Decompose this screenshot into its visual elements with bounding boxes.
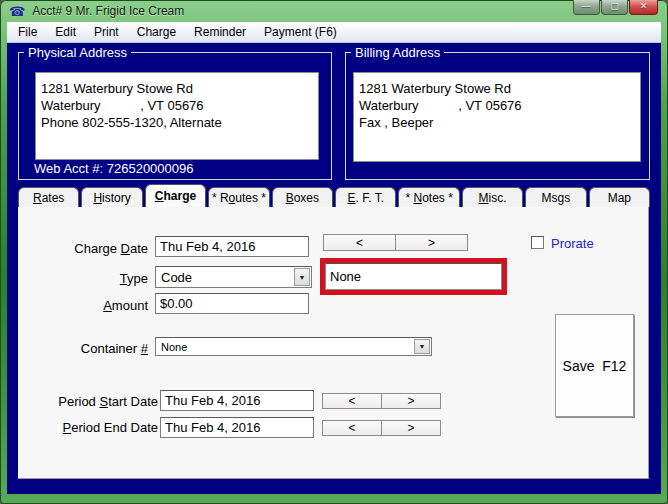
- tab-label: Charge: [155, 189, 196, 203]
- dropdown-arrow-icon[interactable]: ▼: [294, 268, 310, 286]
- tab-map[interactable]: Map: [589, 187, 650, 207]
- period-start-nav: < >: [322, 393, 441, 409]
- physical-address-title: Physical Address: [24, 45, 131, 60]
- menu-print[interactable]: Print: [85, 23, 128, 41]
- tab-label: Msgs: [542, 191, 571, 205]
- charge-date-field[interactable]: Thu Feb 4, 2016: [155, 236, 309, 257]
- charge-tab-panel: Charge Date Thu Feb 4, 2016 < > Prorate …: [18, 207, 649, 479]
- charge-code-field[interactable]: None: [325, 263, 502, 290]
- menu-charge[interactable]: Charge: [128, 23, 185, 41]
- amount-label: Amount: [18, 298, 148, 313]
- physical-address-line: Waterbury , VT 05676: [41, 97, 313, 114]
- charge-date-label: Charge Date: [18, 241, 148, 256]
- tab-label: * Notes *: [405, 191, 452, 205]
- menu-edit[interactable]: Edit: [46, 23, 85, 41]
- menu-bar: File Edit Print Charge Reminder Payment …: [7, 22, 661, 43]
- container-label: Container #: [18, 341, 148, 356]
- tab-boxes[interactable]: Boxes: [272, 187, 333, 207]
- tab-charge[interactable]: Charge: [145, 184, 206, 207]
- type-label: Type: [18, 271, 148, 286]
- app-window: ☎ Acct# 9 Mr. Frigid Ice Cream — ▢ ✕ Fil…: [0, 0, 668, 504]
- window-title: Acct# 9 Mr. Frigid Ice Cream: [32, 4, 184, 18]
- billing-address-title: Billing Address: [351, 45, 444, 60]
- prorate-checkbox[interactable]: [531, 236, 544, 249]
- period-end-prev-button[interactable]: <: [322, 420, 382, 436]
- billing-address-line: Waterbury , VT 05676: [359, 97, 635, 114]
- tab-strip: Rates History Charge * Routes * Boxes E.…: [18, 186, 650, 207]
- physical-address-line: 1281 Waterbury Stowe Rd: [41, 80, 313, 97]
- maximize-button-icon[interactable]: ▢: [601, 0, 628, 15]
- web-account-number: Web Acct #: 726520000096: [34, 161, 194, 176]
- tab-label: Boxes: [286, 191, 319, 205]
- container-dropdown[interactable]: None ▼: [155, 337, 432, 356]
- physical-address-box: 1281 Waterbury Stowe Rd Waterbury , VT 0…: [35, 72, 319, 160]
- title-bar[interactable]: ☎ Acct# 9 Mr. Frigid Ice Cream — ▢ ✕: [0, 0, 668, 22]
- tab-label: History: [93, 191, 130, 205]
- period-end-nav: < >: [322, 420, 441, 436]
- tab-label: Map: [608, 191, 631, 205]
- menu-file[interactable]: File: [9, 23, 46, 41]
- physical-address-line: Phone 802-555-1320, Alternate: [41, 114, 313, 131]
- charge-date-nav: < >: [323, 234, 468, 251]
- tab-notes[interactable]: * Notes *: [398, 187, 459, 207]
- tab-history[interactable]: History: [81, 187, 142, 207]
- save-button[interactable]: Save F12: [555, 314, 634, 417]
- billing-address-group: Billing Address 1281 Waterbury Stowe Rd …: [345, 52, 650, 180]
- dropdown-arrow-icon[interactable]: ▼: [414, 339, 430, 354]
- menu-reminder[interactable]: Reminder: [185, 23, 255, 41]
- period-start-prev-button[interactable]: <: [322, 393, 382, 409]
- container-dropdown-value: None: [161, 341, 187, 353]
- period-end-label: Period End Date: [28, 420, 158, 435]
- period-start-label: Period Start Date: [28, 394, 158, 409]
- billing-address-line: 1281 Waterbury Stowe Rd: [359, 80, 635, 97]
- tab-msgs[interactable]: Msgs: [525, 187, 586, 207]
- period-end-field[interactable]: Thu Feb 4, 2016: [160, 417, 314, 438]
- billing-address-line: Fax , Beeper: [359, 114, 635, 131]
- charge-date-next-button[interactable]: >: [395, 234, 468, 251]
- amount-field[interactable]: $0.00: [155, 293, 309, 314]
- type-dropdown[interactable]: Code ▼: [155, 266, 312, 288]
- tab-label: Misc.: [479, 191, 507, 205]
- menu-payment[interactable]: Payment (F6): [255, 23, 346, 41]
- period-end-next-button[interactable]: >: [381, 420, 441, 436]
- billing-address-box: 1281 Waterbury Stowe Rd Waterbury , VT 0…: [353, 72, 641, 162]
- close-button-icon[interactable]: ✕: [629, 0, 658, 15]
- minimize-button-icon[interactable]: —: [573, 0, 600, 15]
- tab-label: * Routes *: [212, 191, 266, 205]
- period-start-next-button[interactable]: >: [381, 393, 441, 409]
- type-dropdown-value: Code: [161, 270, 192, 285]
- tab-routes[interactable]: * Routes *: [208, 187, 269, 207]
- tab-label: Rates: [33, 191, 64, 205]
- period-start-field[interactable]: Thu Feb 4, 2016: [160, 390, 314, 411]
- highlight-red-box: None: [320, 258, 507, 295]
- charge-date-prev-button[interactable]: <: [323, 234, 396, 251]
- tab-eft[interactable]: E. F. T.: [335, 187, 396, 207]
- app-icon: ☎: [9, 5, 25, 18]
- window-controls: — ▢ ✕: [572, 0, 658, 15]
- tab-label: E. F. T.: [348, 191, 384, 205]
- tab-misc[interactable]: Misc.: [462, 187, 523, 207]
- tab-rates[interactable]: Rates: [18, 187, 79, 207]
- prorate-label: Prorate: [551, 236, 594, 251]
